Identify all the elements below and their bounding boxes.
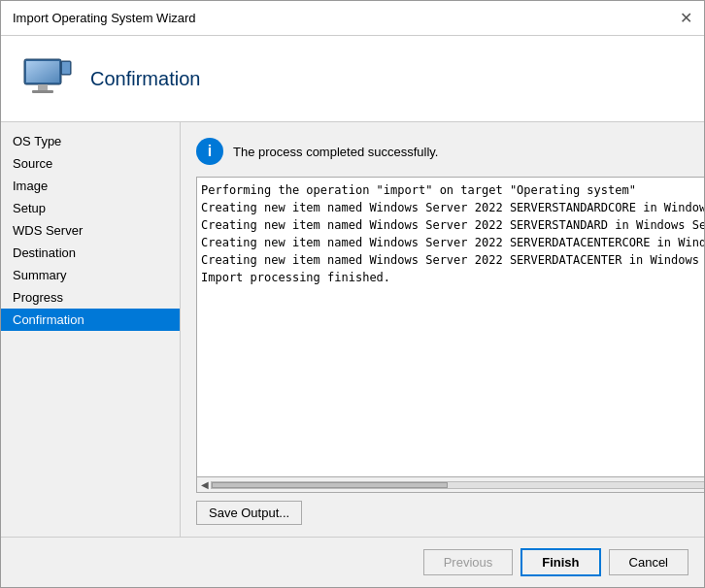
log-line-4: Creating new item named Windows Server 2…: [201, 234, 704, 251]
log-line-2: Creating new item named Windows Server 2…: [201, 199, 704, 216]
log-line-5: Creating new item named Windows Server 2…: [201, 251, 704, 269]
cancel-button[interactable]: Cancel: [609, 549, 688, 575]
svg-rect-3: [38, 84, 48, 90]
finish-button[interactable]: Finish: [520, 548, 600, 576]
sidebar-item-setup[interactable]: Setup: [1, 197, 180, 219]
log-line-3: Creating new item named Windows Server 2…: [201, 216, 704, 234]
scroll-left-arrow[interactable]: ◀: [199, 479, 211, 490]
footer: Previous Finish Cancel: [1, 537, 704, 587]
wizard-icon: [20, 51, 75, 106]
previous-button[interactable]: Previous: [423, 549, 514, 575]
scroll-thumb[interactable]: [212, 482, 448, 488]
title-bar: Import Operating System Wizard ✕: [1, 1, 704, 36]
content-area: OS Type Source Image Setup WDS Server De…: [1, 122, 704, 537]
log-line-6: Import processing finished.: [201, 269, 704, 286]
scroll-track[interactable]: [211, 481, 704, 489]
horizontal-scrollbar[interactable]: ◀ ▶: [196, 477, 704, 493]
window-title: Import Operating System Wizard: [13, 11, 196, 25]
sidebar-item-progress[interactable]: Progress: [1, 286, 180, 309]
sidebar-item-destination[interactable]: Destination: [1, 242, 180, 264]
main-panel: i The process completed successfully. Pe…: [181, 122, 704, 537]
log-output[interactable]: Performing the operation "import" on tar…: [196, 177, 704, 477]
sidebar-item-confirmation[interactable]: Confirmation: [1, 309, 180, 331]
sidebar-item-os-type[interactable]: OS Type: [1, 130, 180, 152]
success-message: The process completed successfully.: [233, 145, 438, 159]
close-button[interactable]: ✕: [680, 11, 692, 26]
svg-rect-6: [62, 62, 70, 74]
wizard-header: Confirmation: [1, 36, 704, 122]
sidebar-item-image[interactable]: Image: [1, 175, 180, 197]
svg-rect-4: [32, 90, 53, 93]
log-line-1: Performing the operation "import" on tar…: [201, 181, 704, 199]
sidebar-item-summary[interactable]: Summary: [1, 264, 180, 286]
wizard-window: Import Operating System Wizard ✕ Confirm…: [0, 0, 705, 588]
sidebar: OS Type Source Image Setup WDS Server De…: [1, 122, 181, 537]
page-title: Confirmation: [90, 68, 200, 90]
sidebar-item-wds-server[interactable]: WDS Server: [1, 219, 180, 242]
bottom-buttons: Save Output... View Script: [196, 501, 704, 525]
save-output-button[interactable]: Save Output...: [196, 501, 302, 525]
success-banner: i The process completed successfully.: [196, 138, 704, 165]
info-icon: i: [196, 138, 223, 165]
sidebar-item-source[interactable]: Source: [1, 152, 180, 175]
svg-rect-2: [26, 61, 59, 82]
